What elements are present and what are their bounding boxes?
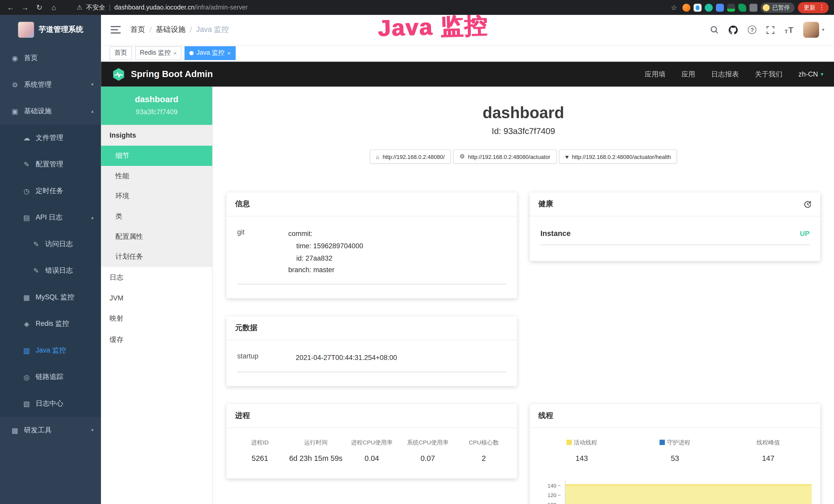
health-card: 健康 Instance UP xyxy=(530,192,820,261)
spring-boot-admin-logo-icon xyxy=(112,67,126,81)
info-key: git xyxy=(237,228,288,276)
sba-item-caches[interactable]: 缓存 xyxy=(101,329,212,350)
fox-extension-icon[interactable] xyxy=(682,3,690,11)
sba-item-scheduled-tasks[interactable]: 计划任务 xyxy=(101,247,212,267)
hamburger-icon[interactable] xyxy=(111,26,121,33)
bookmark-star-icon[interactable]: ☆ xyxy=(668,3,679,11)
sba-item-environment[interactable]: 环境 xyxy=(101,186,212,206)
sba-nav-applications[interactable]: 应用 xyxy=(681,69,695,79)
puzzle-extension-icon[interactable] xyxy=(749,3,758,11)
sidebar-item-config-management[interactable]: ✎ 配置管理 xyxy=(0,151,101,178)
close-icon[interactable]: × xyxy=(173,50,177,56)
tab-label: Redis 监控 xyxy=(140,48,171,57)
sba-item-logs[interactable]: 日志 xyxy=(101,267,212,288)
browser-home-icon[interactable]: ⌂ xyxy=(48,3,59,12)
big-t-glyph: T xyxy=(789,25,793,34)
sidebar-item-redis-monitor[interactable]: ◈ Redis 监控 xyxy=(0,311,101,337)
tab-redis-monitor[interactable]: Redis 监控 × xyxy=(135,46,182,60)
switch-on-extension-icon[interactable] xyxy=(727,3,735,11)
sidebar-item-home[interactable]: ◉ 首页 xyxy=(0,45,101,71)
history-icon[interactable] xyxy=(804,200,812,208)
sba-nav-links: 应用墙 应用 日志报表 关于我们 zh-CN ▾ xyxy=(645,69,824,79)
process-card: 进程 进程ID 5261 运行时间 xyxy=(226,404,517,478)
metadata-row-startup: startup 2021-04-27T00:44:31.254+08:00 xyxy=(237,352,506,372)
sba-item-mappings[interactable]: 映射 xyxy=(101,308,212,329)
health-url-button[interactable]: ♥ http://192.168.0.2:48080/actuator/heal… xyxy=(559,150,677,164)
sidebar-item-system-management[interactable]: ⚙ 系统管理 ▾ xyxy=(0,71,101,98)
log-icon: ▤ xyxy=(22,213,31,221)
green-extension-icon[interactable] xyxy=(705,3,713,11)
chrome-menu-icon[interactable]: ⋮ xyxy=(818,4,825,11)
tab-home[interactable]: 首页 xyxy=(110,46,132,60)
help-icon[interactable]: ? xyxy=(748,25,756,34)
instance-name: dashboard xyxy=(106,95,207,104)
paused-badge[interactable]: 已暂停 xyxy=(761,2,795,12)
stat-value: 5261 xyxy=(232,454,288,462)
address-bar[interactable]: ⚠ 不安全 | dashboard.yudao.iocoder.cn/infra… xyxy=(76,3,248,12)
process-card-title: 进程 xyxy=(235,411,250,420)
sba-main: dashboard Id: 93a3fc7f7409 ⌂ http://192.… xyxy=(213,87,834,504)
sba-brand-title[interactable]: Spring Boot Admin xyxy=(131,69,213,79)
sidebar-item-label: 配置管理 xyxy=(36,159,63,169)
sidebar-item-error-logs[interactable]: ✎ 错误日志 xyxy=(0,257,101,284)
actuator-url-label: http://192.168.0.2:48080/actuator xyxy=(468,153,550,160)
sidebar-item-file-management[interactable]: ☁ 文件管理 xyxy=(0,124,101,151)
tab-java-monitor[interactable]: Java 监控 × xyxy=(185,46,236,60)
sba-item-details[interactable]: 细节 xyxy=(101,145,212,166)
github-icon[interactable] xyxy=(729,25,738,34)
update-label: 更新 xyxy=(804,3,815,11)
grid-extension-icon[interactable] xyxy=(716,3,724,11)
locale-selector[interactable]: zh-CN ▾ xyxy=(798,70,824,78)
sba-item-classes[interactable]: 类 xyxy=(101,206,212,226)
info-card-title: 信息 xyxy=(235,200,250,209)
sba-nav-journal[interactable]: 日志报表 xyxy=(711,69,739,79)
sidebar-item-label: Redis 监控 xyxy=(36,319,69,328)
sba-item-performance[interactable]: 性能 xyxy=(101,166,212,186)
app-frame: 芋道管理系统 ◉ 首页 ⚙ 系统管理 ▾ ▣ 基础设施 ▴ ☁ 文件管理 ✎ xyxy=(0,15,834,504)
close-icon[interactable]: × xyxy=(227,50,231,56)
sba-nav-wall[interactable]: 应用墙 xyxy=(645,69,665,79)
sidebar-item-label: 错误日志 xyxy=(45,266,73,275)
stat-value: 2 xyxy=(456,454,512,462)
service-url-button[interactable]: ⌂ http://192.168.0.2:48080/ xyxy=(369,150,451,164)
stat-label: 运行时间 xyxy=(288,438,344,446)
forward-icon[interactable]: → xyxy=(20,3,30,12)
sba-nav-about[interactable]: 关于我们 xyxy=(755,69,783,79)
fullscreen-icon[interactable] xyxy=(766,26,774,33)
sba-item-config-props[interactable]: 配置属性 xyxy=(101,226,212,247)
legend-peak-threads: 线程峰值 147 xyxy=(722,438,815,462)
search-icon[interactable] xyxy=(710,25,719,34)
sidebar-item-trace[interactable]: ◎ 链路追踪 xyxy=(0,364,101,390)
sidebar-item-infrastructure[interactable]: ▣ 基础设施 ▴ xyxy=(0,98,101,124)
instance-selector[interactable]: dashboard 93a3fc7f7409 xyxy=(101,87,212,125)
drop-extension-icon[interactable] xyxy=(694,3,701,11)
paused-label: 已暂停 xyxy=(772,3,790,11)
breadcrumb-home[interactable]: 首页 xyxy=(130,25,145,35)
sidebar-item-access-logs[interactable]: ✎ 访问日志 xyxy=(0,231,101,257)
browser-chrome: ← → ↻ ⌂ ⚠ 不安全 | dashboard.yudao.iocoder.… xyxy=(0,0,834,15)
actuator-url-button[interactable]: ⚙ http://192.168.0.2:48080/actuator xyxy=(453,150,556,164)
chrome-update-button[interactable]: 更新 ⋮ xyxy=(798,2,829,13)
sidebar-item-log-center[interactable]: ▧ 日志中心 xyxy=(0,390,101,417)
breadcrumb-infrastructure[interactable]: 基础设施 xyxy=(156,25,186,35)
user-menu[interactable]: ▾ xyxy=(804,22,825,38)
sidebar-item-mysql-monitor[interactable]: ▦ MySQL 监控 xyxy=(0,284,101,311)
chrome-toolbar-right: ☆ 已暂停 更新 ⋮ xyxy=(668,2,829,13)
legend-text: 守护进程 xyxy=(667,439,690,445)
sidebar-item-dev-tools[interactable]: ▩ 研发工具 ▾ xyxy=(0,417,101,444)
legend-value: 143 xyxy=(535,454,628,462)
sba-item-jvm[interactable]: JVM xyxy=(101,288,212,308)
reload-icon[interactable]: ↻ xyxy=(34,3,45,12)
stat-label: 进程CPU使用率 xyxy=(344,438,400,446)
dashboard-icon: ◉ xyxy=(10,54,19,62)
back-icon[interactable]: ← xyxy=(5,3,16,12)
app-logo[interactable]: 芋道管理系统 xyxy=(0,15,101,45)
stat-value: 6d 23h 15m 59s xyxy=(288,454,344,462)
sidebar-item-scheduled-jobs[interactable]: ◷ 定时任务 xyxy=(0,178,101,204)
active-threads-swatch xyxy=(566,439,572,445)
leaf-extension-icon[interactable] xyxy=(738,3,746,11)
sidebar-item-java-monitor[interactable]: ▥ Java 监控 xyxy=(0,337,101,364)
browser-window: ← → ↻ ⌂ ⚠ 不安全 | dashboard.yudao.iocoder.… xyxy=(0,0,834,504)
font-size-icon[interactable]: TT xyxy=(785,25,793,34)
sidebar-item-api-logs[interactable]: ▤ API 日志 ▴ xyxy=(0,204,101,231)
